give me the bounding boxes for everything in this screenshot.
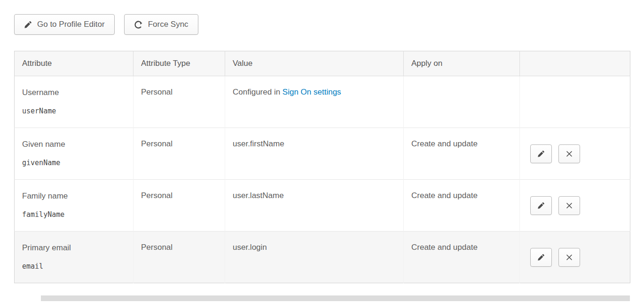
sign-on-settings-link[interactable]: Sign On settings: [283, 88, 341, 96]
table-row-family-name: Family name familyName Personal user.las…: [15, 180, 630, 231]
value-cell: user.login: [225, 231, 404, 283]
remove-attribute-button[interactable]: [558, 144, 580, 163]
row-actions: [520, 231, 630, 283]
attribute-type-cell: Personal: [134, 180, 225, 231]
attribute-label: Given name: [22, 139, 126, 149]
attribute-cell: Primary email email: [15, 231, 134, 283]
attribute-mappings-page: Go to Profile Editor Force Sync Attribut…: [0, 0, 644, 301]
apply-on-cell: Create and update: [404, 128, 520, 180]
attribute-variable-name: givenName: [22, 159, 126, 167]
attribute-mappings-table: Attribute Attribute Type Value Apply on …: [14, 51, 630, 283]
column-header-apply-on: Apply on: [404, 51, 520, 76]
edit-attribute-button[interactable]: [530, 248, 552, 267]
table-header: Attribute Attribute Type Value Apply on: [15, 51, 630, 76]
table-row-given-name: Given name givenName Personal user.first…: [15, 128, 630, 180]
edit-attribute-button[interactable]: [530, 196, 552, 215]
pencil-icon: [537, 150, 545, 158]
attribute-label: Primary email: [22, 243, 126, 253]
attribute-cell: Given name givenName: [15, 128, 134, 180]
pencil-icon: [537, 254, 545, 261]
attribute-label: Family name: [22, 191, 126, 201]
attribute-label: Username: [22, 88, 126, 97]
close-icon: [566, 151, 573, 157]
close-icon: [566, 254, 573, 261]
value-text: Configured in: [233, 88, 280, 96]
table-body: Username userName Personal Configured in…: [15, 76, 630, 283]
toolbar: Go to Profile Editor Force Sync: [14, 14, 630, 35]
go-to-profile-editor-label: Go to Profile Editor: [37, 20, 105, 29]
attribute-type-cell: Personal: [134, 76, 225, 128]
force-sync-label: Force Sync: [148, 20, 188, 29]
row-actions: [520, 128, 630, 180]
table-row-primary-email: Primary email email Personal user.login …: [15, 231, 630, 283]
attribute-type-cell: Personal: [134, 128, 225, 180]
row-actions: [520, 180, 630, 231]
attribute-cell: Family name familyName: [15, 180, 134, 231]
edit-attribute-button[interactable]: [530, 144, 552, 163]
value-cell: user.lastName: [225, 180, 404, 231]
attribute-type-cell: Personal: [134, 231, 225, 283]
column-header-actions: [520, 51, 630, 76]
attribute-cell: Username userName: [15, 76, 134, 128]
attribute-variable-name: email: [22, 262, 126, 271]
apply-on-cell: Create and update: [404, 180, 520, 231]
refresh-icon: [134, 20, 143, 29]
table-row-username: Username userName Personal Configured in…: [15, 76, 630, 128]
header-row: Attribute Attribute Type Value Apply on: [15, 51, 630, 76]
remove-attribute-button[interactable]: [558, 196, 580, 215]
remove-attribute-button[interactable]: [558, 248, 580, 267]
next-section-edge: [41, 295, 630, 301]
column-header-attribute-type: Attribute Type: [134, 51, 225, 76]
row-actions: [520, 76, 630, 128]
apply-on-cell: [404, 76, 520, 128]
pencil-icon: [24, 21, 32, 29]
value-cell: Configured in Sign On settings: [225, 76, 404, 128]
go-to-profile-editor-button[interactable]: Go to Profile Editor: [14, 14, 115, 35]
pencil-icon: [537, 202, 545, 209]
value-cell: user.firstName: [225, 128, 404, 180]
close-icon: [566, 202, 573, 209]
column-header-value: Value: [225, 51, 404, 76]
apply-on-cell: Create and update: [404, 231, 520, 283]
attribute-variable-name: userName: [22, 107, 126, 115]
force-sync-button[interactable]: Force Sync: [124, 14, 198, 35]
column-header-attribute: Attribute: [15, 51, 134, 76]
attribute-variable-name: familyName: [22, 210, 126, 219]
